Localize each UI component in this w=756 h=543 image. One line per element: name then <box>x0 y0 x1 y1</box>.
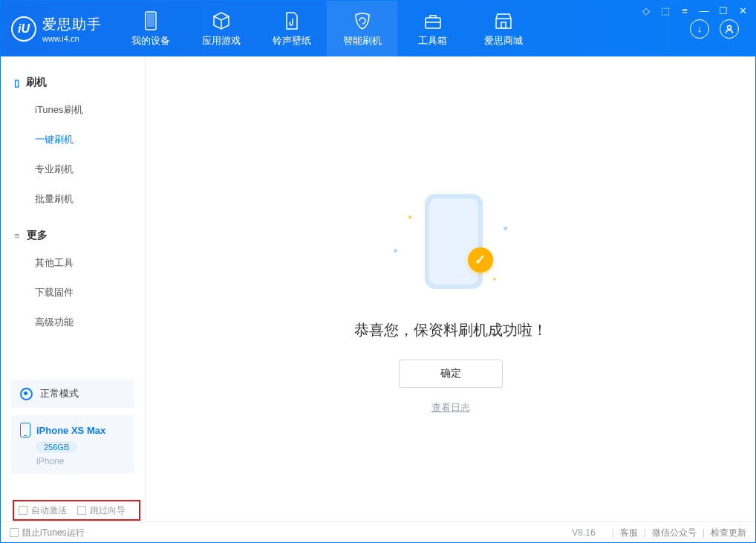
checkbox-icon <box>19 506 27 515</box>
footer-link-wechat[interactable]: 微信公众号 <box>652 527 697 539</box>
maximize-icon[interactable]: ☐ <box>717 4 729 16</box>
success-illustration: ✦ ✓ ✦ <box>373 194 529 313</box>
tab-apps-games[interactable]: 应用游戏 <box>186 1 256 56</box>
shield-refresh-icon <box>352 10 373 31</box>
svg-rect-4 <box>501 22 506 28</box>
sidebar: ▯ 刷机 iTunes刷机 一键刷机 专业刷机 批量刷机 ≡ 更多 其他工具 下… <box>1 56 146 521</box>
footer-link-support[interactable]: 客服 <box>620 527 638 539</box>
version-label: V8.16 <box>572 527 595 538</box>
app-header: iU 爱思助手 www.i4.cn 我的设备 应用游戏 铃声壁纸 智能刷机 工具… <box>1 1 755 56</box>
mode-label: 正常模式 <box>40 387 79 400</box>
brand-name: 爱思助手 <box>42 15 102 34</box>
cube-icon <box>211 10 232 31</box>
svg-rect-2 <box>426 18 440 28</box>
device-type: iPhone <box>36 456 126 466</box>
sidebar-section-more: ≡ 更多 <box>1 223 145 248</box>
checkbox-auto-activate[interactable]: 自动激活 <box>19 504 67 517</box>
tab-my-device[interactable]: 我的设备 <box>115 1 186 56</box>
checkbox-icon <box>77 506 86 515</box>
footer-bar: 阻止iTunes运行 V8.16 | 客服 | 微信公众号 | 检查更新 <box>1 521 755 543</box>
phone-small-icon: ▯ <box>14 77 19 88</box>
footer-link-update[interactable]: 检查更新 <box>711 527 746 539</box>
main-content: ✦ ✓ ✦ 恭喜您，保资料刷机成功啦！ 确定 查看日志 <box>146 56 755 521</box>
mode-ring-icon <box>20 388 33 400</box>
shirt-icon[interactable]: ◇ <box>640 4 652 16</box>
brand-domain: www.i4.cn <box>42 34 102 43</box>
checkbox-label: 阻止iTunes运行 <box>22 527 85 539</box>
tab-toolbox[interactable]: 工具箱 <box>397 1 468 56</box>
device-icon <box>140 10 161 31</box>
section-title: 刷机 <box>26 76 47 89</box>
tab-ringtones-wallpapers[interactable]: 铃声壁纸 <box>256 1 327 56</box>
logo-block[interactable]: iU 爱思助手 www.i4.cn <box>1 1 115 56</box>
view-log-link[interactable]: 查看日志 <box>431 401 470 414</box>
device-name: iPhone XS Max <box>36 425 105 436</box>
checkbox-block-itunes[interactable]: 阻止iTunes运行 <box>10 527 85 539</box>
download-icon[interactable]: ↓ <box>690 19 709 39</box>
minimize-icon[interactable]: — <box>698 4 710 16</box>
checkmark-badge-icon: ✓ <box>468 247 493 273</box>
checkbox-skip-guide[interactable]: 跳过向导 <box>77 504 126 517</box>
sidebar-item-oneclick-flash[interactable]: 一键刷机 <box>1 125 145 155</box>
ok-button[interactable]: 确定 <box>399 360 503 388</box>
sidebar-item-download-firmware[interactable]: 下载固件 <box>1 278 145 308</box>
window-controls: ◇ ⬚ ≡ — ☐ ✕ <box>640 4 749 16</box>
sidebar-section-flash: ▯ 刷机 <box>1 70 145 95</box>
tab-label: 应用游戏 <box>202 34 241 48</box>
sidebar-item-advanced[interactable]: 高级功能 <box>1 308 145 337</box>
tab-label: 智能刷机 <box>343 34 382 48</box>
checkbox-label: 自动激活 <box>31 504 67 517</box>
toolbox-icon <box>423 10 443 31</box>
store-icon <box>493 10 514 31</box>
device-info-box[interactable]: iPhone XS Max 256GB iPhone <box>11 415 134 474</box>
phone-outline-icon <box>20 423 30 438</box>
success-message: 恭喜您，保资料刷机成功啦！ <box>354 320 547 340</box>
section-title: 更多 <box>27 229 48 242</box>
tab-smart-flash[interactable]: 智能刷机 <box>327 1 397 56</box>
sidebar-item-itunes-flash[interactable]: iTunes刷机 <box>1 95 145 125</box>
sidebar-item-batch-flash[interactable]: 批量刷机 <box>1 184 145 214</box>
checkbox-icon <box>10 528 19 537</box>
sidebar-item-other-tools[interactable]: 其他工具 <box>1 248 145 278</box>
top-tabs: 我的设备 应用游戏 铃声壁纸 智能刷机 工具箱 爱思商城 <box>115 1 538 56</box>
svg-point-5 <box>728 25 731 29</box>
tab-label: 爱思商城 <box>484 34 523 48</box>
music-file-icon <box>281 10 302 31</box>
close-icon[interactable]: ✕ <box>737 4 749 16</box>
tab-label: 铃声壁纸 <box>273 34 311 48</box>
lock-icon[interactable]: ⬚ <box>659 4 671 16</box>
checkbox-label: 跳过向导 <box>90 504 126 517</box>
sidebar-item-pro-flash[interactable]: 专业刷机 <box>1 155 145 184</box>
tab-store[interactable]: 爱思商城 <box>468 1 538 56</box>
device-mode-box[interactable]: 正常模式 <box>11 380 134 408</box>
svg-rect-1 <box>147 13 154 27</box>
list-icon: ≡ <box>14 230 20 241</box>
highlighted-checkbox-row: 自动激活 跳过向导 <box>13 500 140 521</box>
menu-icon[interactable]: ≡ <box>679 4 691 16</box>
tab-label: 我的设备 <box>131 34 170 48</box>
user-icon[interactable] <box>720 19 739 39</box>
logo-icon: iU <box>11 16 36 42</box>
tab-label: 工具箱 <box>418 34 447 48</box>
device-capacity: 256GB <box>36 442 76 452</box>
